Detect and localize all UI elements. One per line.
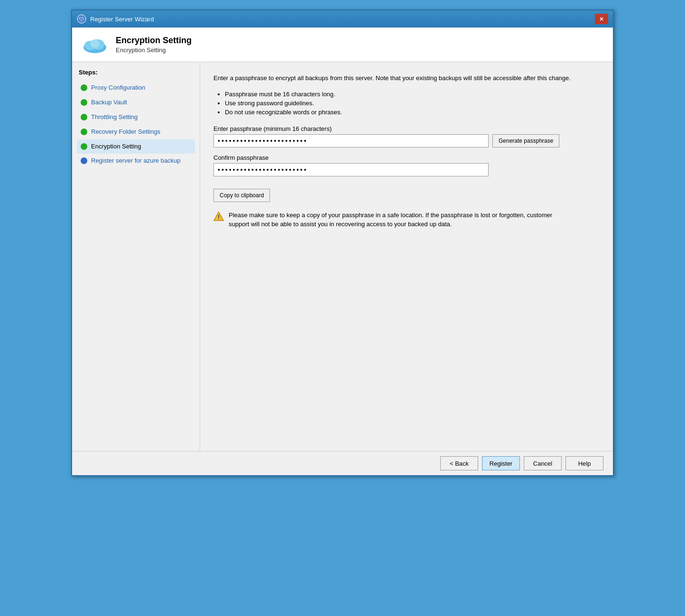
dot-icon bbox=[81, 143, 87, 150]
steps-label: Steps: bbox=[77, 69, 195, 76]
sidebar-item-label: Encryption Setting bbox=[91, 143, 141, 151]
sidebar-item-label: Recovery Folder Settings bbox=[91, 128, 160, 136]
window-title: Register Server Wizard bbox=[90, 16, 154, 23]
generate-passphrase-button[interactable]: Generate passphrase bbox=[492, 134, 559, 147]
confirm-field-group: Confirm passphrase bbox=[213, 154, 600, 176]
sidebar-item-throttling-setting[interactable]: Throttling Setting bbox=[77, 110, 195, 125]
header-title: Encryption Setting bbox=[116, 36, 192, 46]
passphrase-input[interactable] bbox=[213, 134, 489, 147]
confirm-label: Confirm passphrase bbox=[213, 154, 600, 161]
sidebar-item-label: Proxy Configuration bbox=[91, 84, 145, 92]
help-button[interactable]: Help bbox=[565, 456, 603, 470]
bullet-item-1: Passphrase must be 16 characters long. bbox=[225, 91, 600, 98]
sidebar-item-label: Register server for azure backup bbox=[91, 157, 181, 165]
header-area: Encryption Setting Encryption Setting bbox=[72, 28, 613, 62]
sidebar: Steps: Proxy Configuration Backup Vault … bbox=[72, 62, 200, 451]
sidebar-item-label: Backup Vault bbox=[91, 99, 127, 107]
back-button[interactable]: < Back bbox=[440, 456, 478, 470]
app-icon: 🛡 bbox=[77, 14, 86, 24]
main-body: Steps: Proxy Configuration Backup Vault … bbox=[72, 62, 613, 451]
passphrase-label: Enter passphrase (minimum 16 characters) bbox=[213, 125, 600, 132]
cancel-button[interactable]: Cancel bbox=[524, 456, 562, 470]
close-button[interactable]: × bbox=[595, 14, 608, 24]
content-description: Enter a passphrase to encrypt all backup… bbox=[213, 74, 600, 83]
warning-box: ! Please make sure to keep a copy of you… bbox=[213, 211, 574, 229]
svg-text:!: ! bbox=[218, 214, 220, 221]
bullet-item-3: Do not use recognizable words or phrases… bbox=[225, 109, 600, 116]
content-area: Enter a passphrase to encrypt all backup… bbox=[200, 62, 613, 451]
passphrase-field-group: Enter passphrase (minimum 16 characters)… bbox=[213, 125, 600, 147]
bullet-item-2: Use strong password guidelines. bbox=[225, 100, 600, 107]
cloud-icon bbox=[82, 34, 108, 55]
sidebar-item-proxy-configuration[interactable]: Proxy Configuration bbox=[77, 81, 195, 95]
dot-icon bbox=[81, 114, 87, 120]
warning-icon: ! bbox=[213, 211, 224, 221]
header-subtitle: Encryption Setting bbox=[116, 46, 192, 54]
sidebar-item-register-server[interactable]: Register server for azure backup bbox=[77, 154, 195, 168]
title-bar-left: 🛡 Register Server Wizard bbox=[77, 14, 154, 24]
passphrase-row: Generate passphrase bbox=[213, 134, 600, 147]
dot-icon bbox=[81, 84, 87, 91]
sidebar-item-backup-vault[interactable]: Backup Vault bbox=[77, 95, 195, 110]
dot-icon bbox=[81, 99, 87, 106]
sidebar-item-recovery-folder-settings[interactable]: Recovery Folder Settings bbox=[77, 125, 195, 139]
title-bar: 🛡 Register Server Wizard × bbox=[72, 10, 613, 28]
dot-icon bbox=[81, 129, 87, 135]
header-text: Encryption Setting Encryption Setting bbox=[116, 36, 192, 54]
confirm-passphrase-input[interactable] bbox=[213, 163, 489, 176]
bullet-list: Passphrase must be 16 characters long. U… bbox=[213, 91, 600, 116]
sidebar-item-label: Throttling Setting bbox=[91, 113, 138, 121]
svg-point-5 bbox=[90, 39, 100, 48]
footer-bar: < Back Register Cancel Help bbox=[72, 451, 613, 475]
sidebar-item-encryption-setting[interactable]: Encryption Setting bbox=[77, 139, 195, 154]
svg-text:🛡: 🛡 bbox=[79, 17, 84, 22]
warning-text: Please make sure to keep a copy of your … bbox=[229, 211, 574, 229]
dot-icon bbox=[81, 157, 87, 164]
main-window: 🛡 Register Server Wizard × Encryption Se… bbox=[71, 9, 614, 476]
copy-to-clipboard-button[interactable]: Copy to clipboard bbox=[213, 189, 270, 202]
register-button[interactable]: Register bbox=[482, 456, 520, 470]
